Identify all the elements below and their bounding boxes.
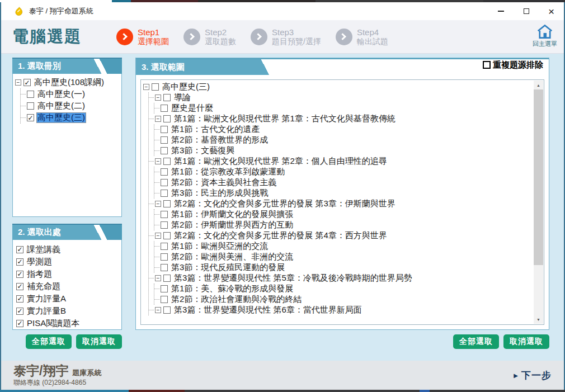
next-arrow-icon: ▶ — [514, 372, 518, 379]
checkbox[interactable]: ✓ — [16, 295, 23, 303]
expand-collapse-icon[interactable]: − — [143, 84, 149, 90]
tree-row[interactable]: 第3節：民主的形成與挑戰 — [154, 188, 533, 199]
checkbox[interactable]: ✓ — [16, 271, 23, 278]
checkbox[interactable]: ✓ — [16, 246, 23, 253]
checkbox[interactable] — [163, 200, 171, 207]
step-text: Step2選取題數 — [205, 27, 236, 46]
source-item[interactable]: ✓學測題 — [16, 256, 120, 268]
tree-row[interactable]: 第3節：現代反殖民運動的發展 — [154, 262, 533, 273]
scroll-down-button[interactable]: ▼ — [534, 315, 543, 324]
deselect-button-right[interactable]: 取消選取 — [503, 334, 549, 349]
scrollbar-thumb[interactable] — [534, 89, 543, 265]
checkbox[interactable] — [161, 105, 168, 112]
tree-row[interactable]: −第2篇：文化的交會與多元世界的發展 第4章：西方與世界 — [149, 230, 533, 241]
checkbox[interactable] — [161, 179, 168, 186]
tree-row[interactable]: 第3節：文藝復興 — [154, 145, 533, 156]
screen: 泰宇 / 翔宇命題系統 × 電腦選題 Step1選擇範圍Step2選取題數Ste… — [0, 0, 565, 392]
expand-collapse-icon[interactable]: − — [155, 201, 161, 207]
source-item[interactable]: ✓課堂講義 — [16, 243, 120, 256]
checkbox[interactable]: ✓ — [27, 114, 34, 121]
checkbox[interactable] — [161, 285, 168, 292]
source-item[interactable]: ✓指考題 — [16, 268, 120, 280]
scrollbar-track[interactable] — [534, 89, 543, 315]
checkbox[interactable]: ✓ — [16, 308, 23, 315]
checkbox[interactable] — [161, 264, 168, 271]
minimize-button[interactable] — [488, 2, 514, 20]
checkbox[interactable]: ✓ — [23, 79, 31, 86]
tree-row[interactable]: ✓高中歷史(三) — [21, 112, 120, 124]
tree-row[interactable]: 第1節：伊斯蘭文化的發展與擴張 — [154, 209, 533, 220]
tree-row[interactable]: 第2節：政治社會運動與冷戰的終結 — [154, 294, 533, 305]
expand-collapse-icon[interactable]: − — [155, 307, 161, 313]
step-3[interactable]: Step3題目預覽/選擇 — [251, 27, 321, 46]
checkbox[interactable] — [161, 211, 168, 218]
source-item[interactable]: ✓實力評量B — [16, 305, 120, 317]
checkbox[interactable] — [163, 158, 171, 165]
tree-row[interactable]: 第2節：歐洲與美洲、非洲的交流 — [154, 252, 533, 262]
checkbox[interactable] — [161, 147, 168, 154]
expand-collapse-icon[interactable]: − — [155, 116, 161, 122]
tree-row[interactable]: −✓高中歷史(108課綱) — [15, 77, 120, 88]
checkbox[interactable] — [163, 306, 171, 314]
checkbox[interactable] — [152, 83, 159, 91]
tree-row[interactable]: −第3篇：世界變遷與現代性 第6章：當代世界新局面 — [149, 305, 533, 315]
tree-row[interactable]: 歷史是什麼 — [154, 103, 533, 114]
section-label: 第2節：伊斯蘭世界與西方的互動 — [170, 220, 294, 230]
checkbox[interactable] — [163, 232, 171, 239]
tree-row[interactable]: 第1節：古代文化的遺產 — [154, 124, 533, 135]
tree-row[interactable]: 高中歷史(二) — [21, 100, 120, 112]
checkbox[interactable]: ✓ — [16, 283, 23, 290]
checkbox[interactable] — [161, 168, 168, 176]
expand-collapse-icon[interactable]: − — [155, 233, 161, 239]
checkbox[interactable] — [161, 296, 168, 303]
checkbox[interactable] — [161, 243, 168, 250]
step-2[interactable]: Step2選取題數 — [183, 27, 236, 46]
tree-row[interactable]: 第1節：從宗教改革到啟蒙運動 — [154, 167, 533, 177]
expand-collapse-icon[interactable]: − — [155, 95, 161, 101]
expand-collapse-icon[interactable]: − — [15, 79, 21, 86]
checkbox[interactable] — [161, 253, 168, 261]
next-step-button[interactable]: ▶ 下一步 — [514, 369, 552, 382]
tree-row[interactable]: 第1節：歐洲與亞洲的交流 — [154, 241, 533, 252]
checkbox[interactable] — [161, 126, 168, 133]
checkbox[interactable] — [161, 136, 168, 144]
home-button[interactable]: 回主選單 — [533, 24, 557, 48]
tree-row[interactable]: −導論 — [149, 92, 533, 103]
maximize-button[interactable] — [514, 2, 539, 20]
step-arrow-icon — [251, 29, 267, 45]
close-button[interactable]: × — [539, 2, 564, 20]
checkbox[interactable] — [163, 94, 171, 101]
checkbox[interactable]: ✓ — [16, 258, 23, 266]
tree-row[interactable]: −高中歷史(三) — [143, 82, 533, 92]
step-4[interactable]: Step4輸出試題 — [336, 27, 388, 46]
tree-connector — [154, 150, 159, 151]
checkbox[interactable]: ✓ — [16, 320, 23, 327]
tree-row[interactable]: −第1篇：歐洲文化與現代世界 第1章：古代文化與基督教傳統 — [149, 114, 533, 124]
tree-row[interactable]: −第2篇：文化的交會與多元世界的發展 第3章：伊斯蘭與世界 — [149, 199, 533, 209]
checkbox[interactable] — [161, 221, 168, 229]
tree-row[interactable]: −第1篇：歐洲文化與現代世界 第2章：個人自由理性的追尋 — [149, 156, 533, 167]
checkbox[interactable] — [27, 91, 34, 98]
source-item[interactable]: ✓實力評量A — [16, 292, 120, 305]
source-item[interactable]: ✓PISA閱讀題本 — [16, 317, 120, 329]
checkbox[interactable] — [161, 190, 168, 197]
scroll-up-button[interactable]: ▲ — [534, 81, 543, 89]
select-all-button-left[interactable]: 全部選取 — [26, 334, 72, 349]
checkbox[interactable] — [163, 275, 171, 282]
checkbox[interactable] — [27, 102, 34, 110]
tree-row[interactable]: 第2節：基督教世界的形成 — [154, 135, 533, 145]
checkbox[interactable] — [163, 115, 171, 122]
expand-collapse-icon[interactable]: − — [155, 158, 161, 164]
tree-row[interactable]: −第3篇：世界變遷與現代性 第5章：冷戰及後冷戰時期的世界局勢 — [149, 273, 533, 284]
tree-row[interactable]: 第2節：伊斯蘭世界與西方的互動 — [154, 220, 533, 230]
tree-row[interactable]: 第2節：資本主義與社會主義 — [154, 177, 533, 188]
tree-row[interactable]: 第1節：美、蘇冷戰的形成與發展 — [154, 284, 533, 294]
deselect-button-left[interactable]: 取消選取 — [76, 334, 122, 349]
dedupe-checkbox-row[interactable]: 重複題源排除 — [483, 60, 543, 69]
select-all-button-right[interactable]: 全部選取 — [453, 334, 499, 349]
tree-row[interactable]: 高中歷史(一) — [21, 88, 120, 100]
expand-collapse-icon[interactable]: − — [155, 275, 161, 281]
dedupe-checkbox[interactable] — [483, 61, 491, 69]
source-item[interactable]: ✓補充命題 — [16, 280, 120, 292]
step-1[interactable]: Step1選擇範圍 — [116, 27, 169, 46]
